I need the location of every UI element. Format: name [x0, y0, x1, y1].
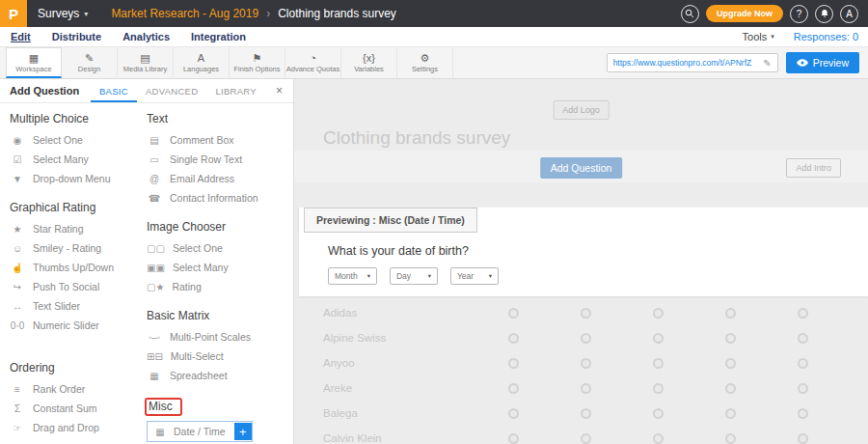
radio-button[interactable]	[581, 358, 591, 369]
notifications-button[interactable]	[815, 5, 833, 23]
close-panel-button[interactable]: ×	[265, 79, 293, 102]
breadcrumb-current: Clothing brands survey	[278, 7, 396, 20]
radio-button[interactable]	[653, 358, 664, 369]
toolbar-item-settings[interactable]: ⚙ Settings	[397, 47, 453, 78]
question-group-text: Text ▤ Comment Box ▭ Single Row Text @ E…	[147, 112, 293, 208]
add-date-time-button[interactable]: +	[234, 423, 252, 440]
tab-distribute[interactable]: Distribute	[41, 27, 112, 46]
radio-button[interactable]	[508, 433, 519, 444]
question-type-item[interactable]: ◦–◦ Multi-Point Scales	[147, 327, 293, 347]
radio-button[interactable]	[653, 383, 664, 394]
tab-analytics[interactable]: Analytics	[112, 27, 180, 46]
question-type-item[interactable]: ◉ Select One	[10, 130, 147, 150]
help-button[interactable]: ?	[790, 5, 808, 23]
question-type-item[interactable]: ≡ Rank Order	[10, 379, 147, 399]
radio-button[interactable]	[581, 308, 591, 319]
radio-button[interactable]	[798, 383, 808, 394]
survey-url-field[interactable]: https://www.questionpro.com/t/APNrfZ ✎	[607, 53, 778, 72]
matrix-row: Adidas	[294, 300, 868, 325]
radio-button[interactable]	[653, 433, 664, 444]
radio-button[interactable]	[581, 408, 591, 419]
preview-button[interactable]: Preview	[786, 52, 859, 73]
toolbar-item-languages[interactable]: A Languages	[174, 47, 230, 78]
tab-edit[interactable]: Edit	[0, 27, 41, 46]
upgrade-now-button[interactable]: Upgrade Now	[706, 5, 783, 22]
radio-button[interactable]	[725, 383, 736, 394]
question-type-item[interactable]: ▭ Single Row Text	[147, 150, 293, 169]
radio-button[interactable]	[798, 433, 808, 444]
toolbar-item-finish-options[interactable]: ⚑ Finish Options	[230, 47, 285, 78]
surveys-menu[interactable]: Surveys ▾	[27, 0, 101, 27]
responses-count[interactable]: Responses: 0	[794, 31, 858, 42]
radio-button[interactable]	[508, 333, 519, 344]
question-type-label: Select One	[173, 242, 223, 254]
radio-button[interactable]	[508, 358, 519, 369]
question-group-basic-matrix: Basic Matrix ◦–◦ Multi-Point Scales ⊞⊟ M…	[147, 309, 293, 385]
question-type-item[interactable]: ↪ Push To Social	[10, 277, 147, 296]
tab-integration[interactable]: Integration	[180, 27, 257, 46]
question-type-item[interactable]: @ Email Address	[147, 169, 293, 188]
date-part-select[interactable]: Day ▾	[390, 267, 438, 285]
radio-button[interactable]	[508, 308, 519, 319]
radio-button[interactable]	[725, 333, 736, 344]
question-type-item[interactable]: ☎ Contact Information	[147, 188, 293, 208]
question-type-item[interactable]: 0◦0 Numeric Slider	[10, 316, 147, 335]
question-type-item[interactable]: Σ Constant Sum	[10, 399, 147, 418]
select-one-icon: ◉	[10, 135, 25, 146]
question-type-item[interactable]: ⊞⊟ Multi-Select	[147, 347, 293, 366]
bell-icon	[820, 9, 829, 18]
add-intro-button[interactable]: Add Intro	[786, 158, 841, 178]
radio-button[interactable]	[798, 408, 808, 419]
spreadsheet-icon: ▦	[147, 371, 162, 381]
radio-button[interactable]	[508, 408, 519, 419]
radio-button[interactable]	[798, 333, 808, 344]
question-type-item[interactable]: ▣▣ Select Many	[147, 258, 293, 277]
question-type-item[interactable]: ↔ Text Slider	[10, 296, 147, 316]
survey-title[interactable]: Clothing brands survey	[323, 127, 510, 149]
radio-button[interactable]	[581, 433, 591, 444]
radio-button[interactable]	[798, 358, 808, 369]
radio-button[interactable]	[725, 433, 736, 444]
question-type-item[interactable]: ▢★ Rating	[147, 277, 293, 296]
comment-box-icon: ▤	[147, 135, 162, 146]
panel-tab-library[interactable]: LIBRARY	[206, 79, 265, 102]
tools-menu[interactable]: Tools ▾	[743, 31, 774, 42]
question-type-item[interactable]: ☞ Drag and Drop	[10, 418, 147, 437]
radio-button[interactable]	[581, 383, 591, 394]
question-type-date-time[interactable]: ▦ Date / Time +	[147, 421, 253, 442]
question-type-item[interactable]: ☝ Thumbs Up/Down	[10, 258, 147, 277]
question-type-item[interactable]: ▦ Spreadsheet	[147, 366, 293, 385]
question-type-item[interactable]: ▤ Comment Box	[147, 130, 293, 150]
radio-button[interactable]	[653, 408, 664, 419]
radio-button[interactable]	[508, 383, 519, 394]
panel-tab-basic[interactable]: BASIC	[91, 79, 137, 102]
search-button[interactable]	[681, 5, 699, 23]
toolbar-item-media-library[interactable]: ▤ Media Library	[118, 47, 174, 78]
question-type-item[interactable]: ▼ Drop-down Menu	[10, 169, 147, 188]
question-type-item[interactable]: ★ Star Rating	[10, 219, 147, 238]
edit-url-icon[interactable]: ✎	[763, 58, 771, 69]
add-question-button[interactable]: Add Question	[540, 157, 623, 179]
radio-button[interactable]	[725, 358, 736, 369]
date-part-select[interactable]: Month ▾	[328, 267, 377, 285]
radio-button[interactable]	[725, 308, 736, 319]
radio-button[interactable]	[725, 408, 736, 419]
toolbar-item-variables[interactable]: {x} Variables	[341, 47, 397, 78]
radio-button[interactable]	[798, 308, 808, 319]
radio-button[interactable]	[581, 333, 591, 344]
question-type-item[interactable]: ☺ Smiley - Rating	[10, 238, 147, 258]
toolbar-item-design[interactable]: ✎ Design	[62, 47, 118, 78]
toolbar-item-workspace[interactable]: ▦ Workspace	[6, 47, 62, 78]
breadcrumb-parent[interactable]: Market Research - Aug 2019	[111, 7, 258, 20]
date-part-select[interactable]: Year ▾	[450, 267, 499, 285]
radio-button[interactable]	[653, 308, 664, 319]
add-logo-button[interactable]: Add Logo	[553, 100, 610, 120]
avatar[interactable]: A	[840, 5, 858, 23]
questionpro-logo[interactable]: P	[0, 0, 27, 27]
eye-icon	[797, 59, 808, 67]
toolbar-item-advance-quotas[interactable]: ◔ Advance Quotas	[285, 47, 341, 78]
question-type-item[interactable]: ▢▢ Select One	[147, 238, 293, 258]
question-type-item[interactable]: ☑ Select Many	[10, 150, 147, 169]
panel-tab-advanced[interactable]: ADVANCED	[137, 79, 206, 102]
radio-button[interactable]	[653, 333, 664, 344]
